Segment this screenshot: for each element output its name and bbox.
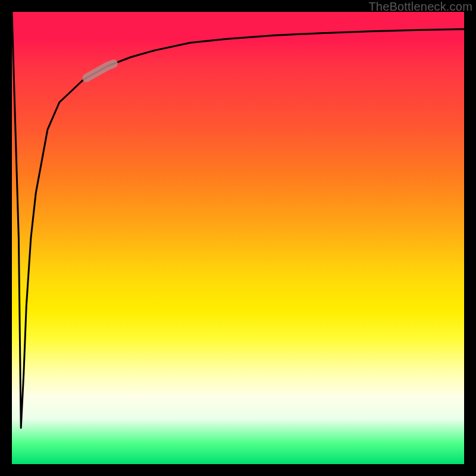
curve-svg [12,12,464,464]
curve-path [12,12,464,428]
plot-area [12,12,464,464]
highlight-path [86,64,114,78]
chart-frame: TheBottleneck.com [0,0,476,476]
